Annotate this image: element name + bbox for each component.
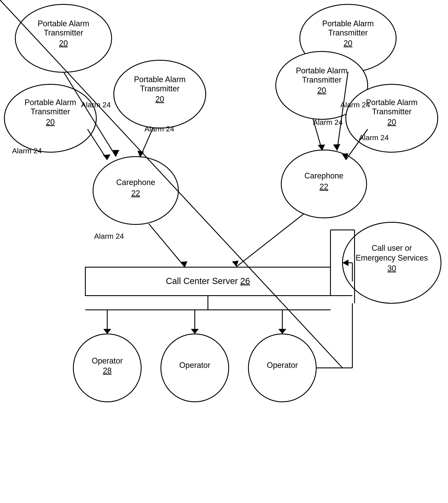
svg-point-3 [114, 60, 206, 128]
svg-text:Portable Alarm: Portable Alarm [366, 98, 417, 107]
svg-text:Operator: Operator [267, 361, 298, 370]
svg-line-25 [149, 224, 185, 267]
svg-text:20: 20 [155, 95, 164, 103]
svg-text:Call Center Server 26: Call Center Server 26 [166, 276, 250, 286]
svg-text:Portable Alarm: Portable Alarm [322, 19, 374, 28]
svg-text:Call user or: Call user or [372, 244, 412, 252]
svg-text:20: 20 [59, 39, 68, 48]
svg-text:Portable Alarm: Portable Alarm [25, 98, 76, 107]
svg-text:Alarm 24: Alarm 24 [340, 101, 370, 109]
svg-text:22: 22 [131, 189, 140, 198]
svg-text:Transmitter: Transmitter [140, 84, 180, 93]
svg-text:Transmitter: Transmitter [31, 107, 70, 116]
svg-text:Alarm 24: Alarm 24 [359, 133, 389, 142]
svg-text:Carephone: Carephone [304, 171, 343, 180]
svg-text:Portable Alarm: Portable Alarm [134, 75, 186, 84]
svg-text:Portable Alarm: Portable Alarm [38, 19, 89, 28]
svg-text:Alarm 24: Alarm 24 [12, 147, 42, 155]
svg-text:Transmitter: Transmitter [44, 28, 83, 37]
svg-marker-16 [103, 154, 111, 160]
svg-text:20: 20 [317, 86, 326, 95]
svg-text:Alarm 24: Alarm 24 [144, 125, 174, 133]
svg-text:Transmitter: Transmitter [302, 75, 342, 84]
svg-text:Transmitter: Transmitter [372, 107, 412, 116]
svg-marker-35 [278, 329, 286, 334]
svg-text:Portable Alarm: Portable Alarm [296, 66, 348, 75]
svg-text:Alarm 24: Alarm 24 [81, 101, 111, 109]
svg-marker-31 [103, 329, 111, 334]
svg-text:20: 20 [387, 117, 396, 127]
svg-point-0 [15, 4, 112, 72]
svg-marker-33 [191, 329, 199, 334]
diagram-svg: Alarm 24 Alarm 24 Alarm 24 Alarm 24 Alar… [0, 0, 448, 503]
svg-text:20: 20 [344, 39, 352, 48]
svg-text:28: 28 [103, 366, 112, 375]
svg-text:30: 30 [387, 264, 396, 273]
svg-text:Alarm 24: Alarm 24 [94, 232, 124, 240]
svg-marker-20 [333, 144, 340, 151]
svg-text:Operator: Operator [92, 356, 123, 365]
diagram-container: Alarm 24 Alarm 24 Alarm 24 Alarm 24 Alar… [0, 0, 448, 503]
svg-text:Emergency Services: Emergency Services [356, 253, 428, 262]
svg-text:Transmitter: Transmitter [328, 28, 368, 37]
svg-line-27 [236, 214, 304, 267]
svg-text:Operator: Operator [179, 361, 210, 370]
svg-text:22: 22 [320, 182, 328, 191]
svg-text:Carephone: Carephone [116, 178, 155, 187]
svg-point-8 [342, 222, 441, 303]
svg-text:20: 20 [46, 117, 55, 127]
svg-text:Alarm 24: Alarm 24 [313, 118, 343, 126]
